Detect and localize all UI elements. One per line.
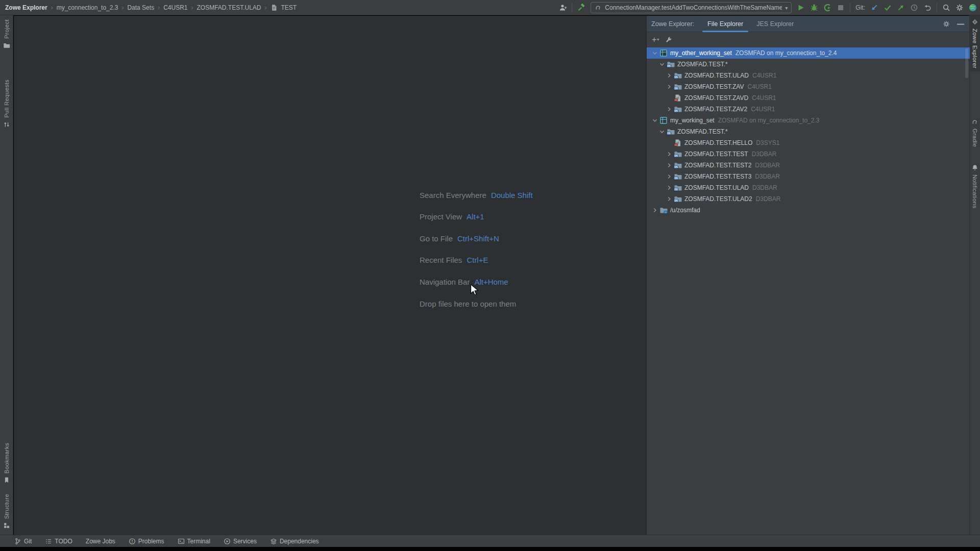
chevron-right-icon[interactable] xyxy=(651,206,658,214)
settings-gear-icon[interactable] xyxy=(955,4,964,12)
stripe-label: Pull Requests xyxy=(4,80,10,118)
run-button[interactable] xyxy=(797,4,805,12)
tree-row[interactable]: my_working_setZOSMFAD on my_connection_t… xyxy=(647,115,970,126)
git-update-button[interactable] xyxy=(870,4,878,12)
rollback-icon[interactable] xyxy=(923,4,932,12)
add-working-set-button[interactable]: +▾ xyxy=(652,36,659,43)
statusbar-item-services[interactable]: Services xyxy=(224,538,257,545)
edit-wrench-icon[interactable] xyxy=(665,36,672,43)
tree-row[interactable]: ZOSMFAD.TEST.ULADC4USR1 xyxy=(647,70,970,81)
left-tool-stripe: Project Pull Requests Bookmarks Structur… xyxy=(0,15,13,535)
file-explorer-tree: my_other_working_setZOSMFAD on my_connec… xyxy=(647,47,970,216)
structure-icon xyxy=(3,522,10,529)
chevron-down-icon: ▾ xyxy=(565,5,567,10)
dataset-file-icon xyxy=(674,139,682,147)
scrollbar-thumb[interactable] xyxy=(965,48,968,78)
breadcrumb-item[interactable]: my_connection_to_2.3 xyxy=(57,4,118,11)
tree-row[interactable]: ZOSMFAD.TEST.HELLOD3SYS1 xyxy=(647,137,970,148)
breadcrumb: Zowe Explorer › my_connection_to_2.3 › D… xyxy=(0,4,297,11)
stripe-label: Structure xyxy=(4,494,10,519)
statusbar-item-zowe-jobs[interactable]: Zowe Jobs xyxy=(86,538,115,545)
tree-row[interactable]: my_other_working_setZOSMFAD on my_connec… xyxy=(647,47,970,59)
debug-button[interactable] xyxy=(810,4,818,12)
search-everywhere-icon[interactable] xyxy=(942,4,950,12)
dataset-folder-icon xyxy=(667,128,675,136)
shortcut-line: Project ViewAlt+1 xyxy=(420,212,484,221)
user-account-icon[interactable]: ▾ xyxy=(558,4,567,12)
sidebar-item-project[interactable]: Project xyxy=(0,16,13,52)
chevron-right-icon[interactable] xyxy=(665,195,673,203)
breadcrumb-item[interactable]: TEST xyxy=(281,4,297,11)
statusbar-item-problems[interactable]: Problems xyxy=(129,538,164,545)
breadcrumb-item[interactable]: Zowe Explorer xyxy=(5,4,47,11)
chevron-right-icon[interactable] xyxy=(665,71,673,80)
stop-button[interactable] xyxy=(837,4,845,12)
hide-tool-window-icon[interactable]: — xyxy=(957,20,964,28)
chevron-down-icon[interactable] xyxy=(651,116,658,124)
run-toolbar: ▾ ConnectionManager.testAddTwoConnection… xyxy=(558,0,977,15)
tree-row[interactable]: ZOSMFAD.TEST.TESTD3DBAR xyxy=(647,148,970,160)
chevron-right-icon[interactable] xyxy=(665,105,673,113)
sidebar-item-zowe-explorer[interactable]: Z Zowe Explorer xyxy=(970,15,980,71)
tree-row[interactable]: ZOSMFAD.TEST.TEST2D3DBAR xyxy=(647,160,970,171)
tree-row[interactable]: ZOSMFAD.TEST.ULADD3DBAR xyxy=(647,182,970,193)
sidebar-item-notifications[interactable]: Notifications xyxy=(970,161,980,212)
tree-row[interactable]: ZOSMFAD.TEST.* xyxy=(647,59,970,70)
tree-row[interactable]: ZOSMFAD.TEST.ZAVC4USR1 xyxy=(647,81,970,92)
chevron-spacer xyxy=(665,139,673,147)
tree-row[interactable]: ZOSMFAD.TEST.* xyxy=(647,126,970,137)
toolbar-separator xyxy=(937,3,937,12)
chevron-right-icon[interactable] xyxy=(665,184,673,192)
shortcut-line: Go to FileCtrl+Shift+N xyxy=(420,234,499,243)
pull-requests-icon xyxy=(3,121,10,128)
chevron-down-icon: ▾ xyxy=(785,5,788,11)
chevron-right-icon[interactable] xyxy=(665,150,673,158)
dataset-folder-icon xyxy=(674,184,682,192)
sidebar-item-structure[interactable]: Structure xyxy=(0,491,13,532)
svg-text:Z: Z xyxy=(974,20,976,23)
window-bottom-edge xyxy=(0,547,980,551)
tab-file-explorer[interactable]: File Explorer xyxy=(707,16,743,32)
tree-row[interactable]: ZOSMFAD.TEST.TEST3D3DBAR xyxy=(647,171,970,182)
chevron-down-icon[interactable] xyxy=(658,60,666,68)
tree-row[interactable]: ZOSMFAD.TEST.ZAVDC4USR1 xyxy=(647,92,970,104)
drop-files-hint: Drop files here to open them xyxy=(420,299,516,308)
tree-row[interactable]: ZOSMFAD.TEST.ZAV2C4USR1 xyxy=(647,104,970,115)
sidebar-item-gradle[interactable]: Gradle xyxy=(970,115,980,150)
tree-row[interactable]: ZOSMFAD.TEST.ULAD2D3DBAR xyxy=(647,193,970,205)
chevron-down-icon[interactable] xyxy=(651,49,658,57)
build-hammer-icon[interactable] xyxy=(577,4,585,12)
tree-row[interactable]: /u/zosmfad xyxy=(647,205,970,216)
statusbar-item-git[interactable]: Git xyxy=(14,538,32,545)
chevron-down-icon[interactable] xyxy=(658,128,666,136)
git-push-button[interactable] xyxy=(897,4,905,12)
editor-area[interactable] xyxy=(14,16,646,535)
sidebar-item-pull-requests[interactable]: Pull Requests xyxy=(0,77,13,131)
statusbar-item-todo[interactable]: TODO xyxy=(45,538,72,545)
chevron-right-icon[interactable] xyxy=(665,172,673,181)
history-clock-icon[interactable] xyxy=(910,4,918,12)
tab-jes-explorer[interactable]: JES Explorer xyxy=(756,16,794,32)
breadcrumb-separator-icon: › xyxy=(265,4,267,11)
toolbar-separator xyxy=(850,3,850,12)
status-bar: Git TODO Zowe Jobs Problems Terminal xyxy=(0,535,980,547)
ide-window: Zowe Explorer › my_connection_to_2.3 › D… xyxy=(0,0,980,551)
run-with-coverage-button[interactable] xyxy=(823,4,831,12)
run-configuration-select[interactable]: ConnectionManager.testAddTwoConnectionsW… xyxy=(591,2,792,13)
chevron-right-icon[interactable] xyxy=(665,83,673,91)
breadcrumb-item[interactable]: Data Sets xyxy=(127,4,154,11)
shortcut-line: Search EverywhereDouble Shift xyxy=(420,191,533,199)
code-with-me-sphere-icon[interactable] xyxy=(969,4,977,12)
tool-window-toolbar: +▾ xyxy=(647,32,969,47)
breadcrumb-item[interactable]: C4USR1 xyxy=(163,4,187,11)
breadcrumb-item[interactable]: ZOSMFAD.TEST.ULAD xyxy=(197,4,261,11)
statusbar-item-terminal[interactable]: Terminal xyxy=(178,538,210,545)
tool-window-gear-icon[interactable] xyxy=(943,20,950,28)
chevron-right-icon[interactable] xyxy=(665,161,673,169)
terminal-icon xyxy=(178,538,185,545)
chevron-down-icon: ▾ xyxy=(657,36,659,43)
git-commit-button[interactable] xyxy=(884,4,892,12)
statusbar-item-dependencies[interactable]: Dependencies xyxy=(270,538,319,545)
sidebar-item-bookmarks[interactable]: Bookmarks xyxy=(0,440,13,487)
project-folder-icon xyxy=(3,42,10,49)
